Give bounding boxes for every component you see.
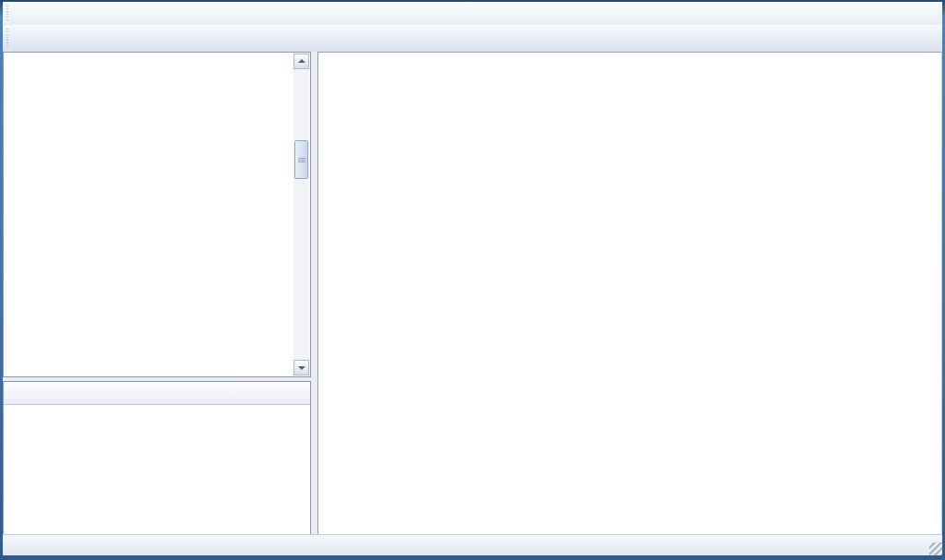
- status-bar: [3, 534, 942, 555]
- reservoir-tree-panel: [3, 52, 311, 377]
- toolbar-gripper[interactable]: [6, 29, 10, 47]
- toolbar: [3, 25, 942, 53]
- resize-grip[interactable]: [929, 542, 942, 555]
- map-panel: [317, 52, 942, 535]
- tree-scrollbar[interactable]: [293, 54, 309, 375]
- main-area: [3, 52, 942, 535]
- table-header: [4, 382, 310, 405]
- map-canvas[interactable]: [318, 53, 941, 534]
- menu-bar: [3, 2, 942, 26]
- vertical-splitter[interactable]: [311, 52, 317, 535]
- app-window: [3, 2, 942, 555]
- scroll-thumb[interactable]: [294, 140, 308, 179]
- scroll-up-button[interactable]: [293, 54, 309, 69]
- scroll-down-button[interactable]: [293, 360, 309, 375]
- layers-table-panel: [3, 381, 311, 535]
- menu-gripper[interactable]: [6, 6, 10, 22]
